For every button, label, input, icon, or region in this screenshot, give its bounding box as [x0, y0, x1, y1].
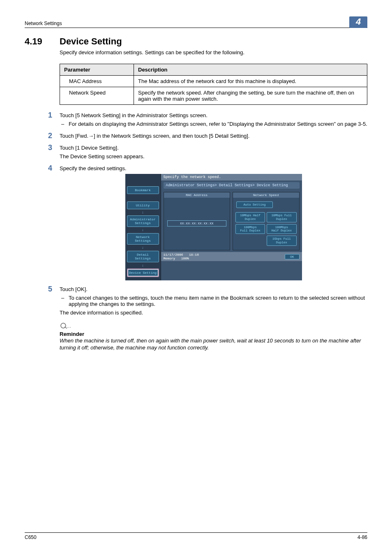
running-header: Network Settings 4 [25, 15, 367, 28]
table-row: MAC Address The Mac address of the netwo… [60, 76, 367, 87]
header-section-name: Network Settings [25, 21, 62, 26]
arrow-down-icon: ↓ [127, 211, 159, 215]
cell-desc: Specify the network speed. After changin… [134, 87, 367, 105]
section-title: Device Setting [60, 36, 122, 47]
steps-list: 1 Touch [5 Network Setting] in the Admin… [60, 112, 367, 316]
step-item: 3 Touch [1 Device Setting]. The Device S… [60, 145, 367, 160]
step-number: 5 [48, 285, 52, 294]
th-description: Description [134, 64, 367, 76]
device-main-panel: Specify the network speed. Administrator… [161, 174, 302, 280]
network-speed-pane: Network Speed Auto Setting 10Mbps Half D… [233, 192, 300, 250]
arrow-down-icon: ↓ [127, 246, 159, 250]
option-1gbps-full[interactable]: 1Gbps Full Duplex [267, 236, 296, 246]
section-heading: 4.19 Device Setting [25, 36, 367, 47]
cell-param: MAC Address [60, 76, 134, 87]
mac-address-value: XX:XX:XX:XX:XX:XX [167, 220, 227, 227]
step-subtext: For details on displaying the Administra… [69, 121, 367, 127]
device-time: 18:16 [189, 253, 199, 257]
step-followup: The Device Setting screen appears. [60, 153, 367, 160]
option-100mbps-full[interactable]: 100Mbps Full Duplex [235, 224, 265, 234]
sidebar-item-administrator-settings[interactable]: Administrator Settings [127, 215, 159, 227]
reminder-note: … Reminder When the machine is turned of… [60, 321, 367, 352]
sidebar-item-utility[interactable]: Utility [127, 201, 159, 209]
option-10mbps-full[interactable]: 10Mbps Full Duplex [267, 212, 296, 222]
footer-model: C650 [25, 534, 37, 540]
step-subtext: To cancel changes to the settings, touch… [69, 295, 367, 307]
th-parameter: Parameter [60, 64, 134, 76]
network-speed-header: Network Speed [233, 192, 299, 198]
table-row: Network Speed Specify the network speed.… [60, 87, 367, 105]
footer-page-number: 4-86 [357, 534, 367, 540]
step-number: 1 [48, 111, 52, 120]
mac-address-header: MAC Address [164, 192, 230, 198]
sidebar-item-detail-settings[interactable]: Detail Settings [127, 251, 159, 262]
header-rule [25, 28, 367, 28]
step-text: Touch [Fwd.→] in the Network Settings sc… [60, 133, 367, 139]
page-footer: C650 4-86 [25, 532, 367, 540]
step-text: Touch [OK]. [60, 286, 367, 292]
step-text: Specify the desired settings. [60, 165, 367, 171]
footer-rule [25, 532, 367, 533]
mac-address-pane: MAC Address XX:XX:XX:XX:XX:XX [164, 192, 231, 250]
svg-point-0 [60, 322, 67, 329]
step-text: Touch [1 Device Setting]. [60, 145, 367, 151]
ok-button[interactable]: OK [285, 254, 300, 259]
device-instruction-bar: Specify the network speed. [161, 174, 302, 180]
step-number: 3 [48, 143, 52, 152]
reminder-text: When the machine is turned off, then on … [60, 337, 367, 352]
option-100mbps-half[interactable]: 100Mbps Half Duplex [267, 224, 296, 234]
device-memory-label: Memory [164, 257, 175, 260]
step-followup: The device information is specified. [60, 310, 367, 316]
step-item: 5 Touch [OK]. To cancel changes to the s… [60, 286, 367, 316]
device-setting-screenshot: Bookmark Utility ↓ Administrator Setting… [125, 174, 302, 280]
section-intro: Specify device information settings. Set… [60, 49, 367, 56]
step-number: 4 [48, 164, 52, 173]
device-sidebar: Bookmark Utility ↓ Administrator Setting… [125, 174, 161, 280]
note-icon: … [60, 322, 72, 329]
option-auto-setting[interactable]: Auto Setting [236, 201, 273, 208]
device-date: 11/17/2006 [164, 253, 183, 257]
sidebar-item-network-settings[interactable]: Network Settings [127, 233, 159, 245]
cell-param: Network Speed [60, 87, 134, 105]
step-item: 1 Touch [5 Network Setting] in the Admin… [60, 112, 367, 127]
step-text: Touch [5 Network Setting] in the Adminis… [60, 112, 367, 118]
chapter-number-badge: 4 [349, 16, 367, 28]
device-footer-info: 11/17/2006 18:16 Memory 100% [164, 253, 199, 260]
device-breadcrumb: Administrator Settings> Detail Settings>… [164, 182, 300, 189]
arrow-down-icon: ↓ [127, 264, 159, 268]
reminder-title: Reminder [60, 331, 367, 337]
parameter-table: Parameter Description MAC Address The Ma… [60, 64, 367, 105]
device-footer: 11/17/2006 18:16 Memory 100% OK [161, 252, 302, 261]
option-10mbps-half[interactable]: 10Mbps Half Duplex [235, 212, 265, 222]
svg-text:…: … [67, 324, 71, 328]
section-number: 4.19 [25, 36, 60, 47]
arrow-down-icon: ↓ [127, 229, 159, 232]
cell-desc: The Mac address of the network card for … [134, 76, 367, 87]
sidebar-item-device-setting[interactable]: Device Setting [127, 268, 159, 277]
step-item: 2 Touch [Fwd.→] in the Network Settings … [60, 133, 367, 139]
device-memory-value: 100% [181, 257, 189, 260]
step-item: 4 Specify the desired settings. Bookmark… [60, 165, 367, 280]
bookmark-button[interactable]: Bookmark [127, 186, 159, 194]
step-number: 2 [48, 132, 52, 140]
